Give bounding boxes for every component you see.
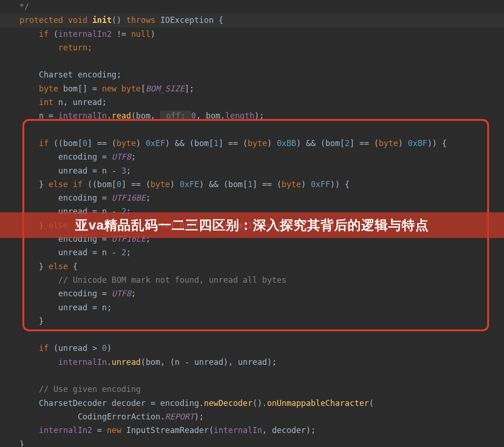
active-line: protected void init() throws IOException…	[0, 14, 504, 27]
comment-close: */	[0, 2, 29, 11]
code-editor[interactable]: */ protected void init() throws IOExcept…	[0, 0, 504, 447]
param-hint: off:	[160, 111, 191, 121]
